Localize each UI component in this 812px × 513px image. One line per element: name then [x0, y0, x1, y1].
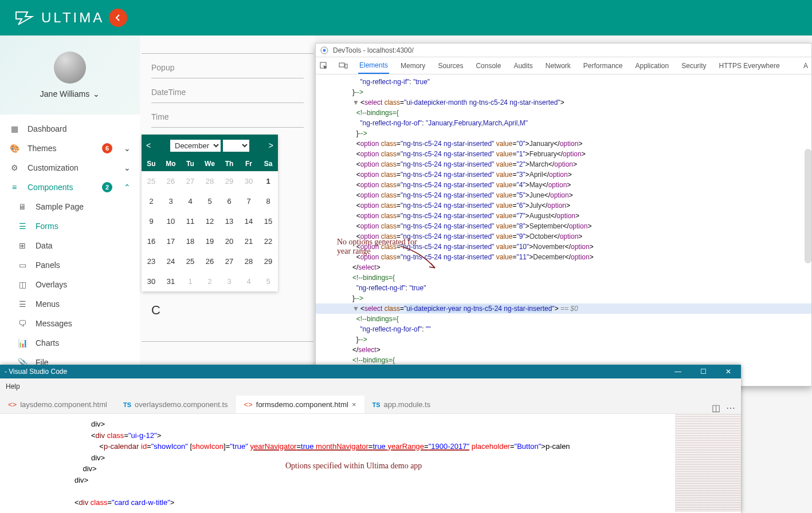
calendar-day-cell[interactable]: 23 — [142, 251, 161, 271]
calendar-day-cell[interactable]: 24 — [161, 251, 181, 271]
calendar-day-cell[interactable]: 21 — [239, 231, 258, 251]
devtools-tab-application[interactable]: Application — [634, 58, 670, 73]
devtools-more[interactable]: A — [803, 62, 808, 70]
code-line[interactable]: <div class="ui-g-12"> — [6, 430, 741, 441]
calendar-next-button[interactable]: > — [269, 141, 273, 150]
elements-line[interactable]: <option class="ng-tns-c5-24 ng-star-inse… — [316, 139, 811, 149]
calendar-day-cell[interactable]: 18 — [181, 231, 200, 251]
devtools-tab-memory[interactable]: Memory — [399, 58, 426, 73]
devtools-elements-body[interactable]: "ng-reflect-ng-if": "true" }--> ▼<select… — [316, 74, 811, 372]
calendar-day-cell[interactable]: 6 — [219, 191, 239, 211]
code-line[interactable]: <p-calendar id="showIcon" [showIcon]="tr… — [6, 441, 741, 452]
nav-dashboard[interactable]: ▦Dashboard — [0, 119, 140, 139]
devtools-tab-security[interactable]: Security — [680, 58, 707, 73]
calendar-day-cell[interactable]: 7 — [239, 191, 258, 211]
elements-line[interactable]: <!--bindings={ — [316, 273, 811, 283]
more-icon[interactable]: ⋯ — [726, 402, 735, 413]
elements-line[interactable]: "ng-reflect-ng-for-of": "January,Februar… — [316, 118, 811, 128]
split-icon[interactable]: ◫ — [712, 402, 720, 413]
nav-sample-page[interactable]: 🖥Sample Page — [0, 197, 140, 216]
elements-line[interactable]: <!--bindings={ — [316, 355, 811, 365]
devtools-titlebar[interactable]: DevTools - localhost:4300/ — [316, 44, 811, 57]
elements-line[interactable]: <option class="ng-tns-c5-24 ng-star-inse… — [316, 190, 811, 200]
editor-tab[interactable]: <>formsdemo.component.html× — [236, 396, 364, 413]
editor-tab[interactable]: <>laysdemo.component.html — [0, 396, 115, 413]
elements-line[interactable]: <!--bindings={ — [316, 108, 811, 118]
calendar-day-cell[interactable]: 28 — [239, 251, 258, 271]
calendar-day-cell[interactable]: 31 — [161, 271, 181, 291]
calendar-day-cell[interactable]: 2 — [142, 191, 161, 211]
calendar-day-cell[interactable]: 28 — [200, 171, 219, 191]
elements-line[interactable]: "ng-reflect-ng-if": "true" — [316, 283, 811, 293]
calendar-day-cell[interactable]: 8 — [258, 191, 278, 211]
elements-line[interactable]: }--> — [316, 293, 811, 303]
blank-field[interactable] — [142, 40, 313, 54]
calendar-day-cell[interactable]: 30 — [239, 171, 258, 191]
nav-charts[interactable]: 📊Charts — [0, 333, 140, 353]
calendar-day-cell[interactable]: 25 — [181, 251, 200, 271]
calendar-day-cell[interactable]: 3 — [219, 271, 239, 291]
calendar-day-cell[interactable]: 3 — [161, 191, 181, 211]
elements-line[interactable]: ▼<select class="ui-datepicker-year ng-tn… — [316, 303, 811, 314]
calendar-day-cell[interactable]: 4 — [239, 271, 258, 291]
calendar-day-cell[interactable]: 2 — [200, 271, 219, 291]
nav-customization[interactable]: ⚙Customization⌄ — [0, 158, 140, 177]
avatar[interactable] — [54, 52, 86, 84]
calendar-day-cell[interactable]: 5 — [200, 191, 219, 211]
time-field[interactable]: Time — [151, 110, 304, 128]
elements-line[interactable]: <option class="ng-tns-c5-24 ng-star-inse… — [316, 200, 811, 211]
calendar-day-cell[interactable]: 29 — [219, 171, 239, 191]
blank-field[interactable] — [142, 322, 313, 342]
calendar-day-cell[interactable]: 25 — [142, 171, 161, 191]
calendar-day-cell[interactable]: 19 — [200, 231, 219, 251]
scrollbar[interactable] — [805, 149, 811, 263]
sidebar-collapse-button[interactable] — [109, 9, 127, 27]
devtools-tab-sources[interactable]: Sources — [437, 58, 464, 73]
editor-tab[interactable]: TSoverlaysdemo.component.ts — [115, 396, 236, 413]
code-line[interactable] — [6, 486, 741, 497]
elements-line[interactable]: <option class="ng-tns-c5-24 ng-star-inse… — [316, 149, 811, 159]
calendar-day-cell[interactable]: 29 — [258, 251, 278, 271]
calendar-day-cell[interactable]: 1 — [181, 271, 200, 291]
devtools-tab-audits[interactable]: Audits — [512, 58, 534, 73]
calendar-day-cell[interactable]: 12 — [200, 211, 219, 231]
code-line[interactable]: div> — [6, 475, 741, 486]
calendar-day-cell[interactable]: 10 — [161, 211, 181, 231]
calendar-day-cell[interactable]: 5 — [258, 271, 278, 291]
maximize-button[interactable]: ☐ — [691, 365, 716, 378]
elements-line[interactable]: }--> — [316, 87, 811, 97]
nav-messages[interactable]: 🗨Messages — [0, 314, 140, 333]
calendar-day-cell[interactable]: 4 — [181, 191, 200, 211]
calendar-day-cell[interactable]: 20 — [219, 231, 239, 251]
nav-components[interactable]: ≡Components2⌃ — [0, 177, 140, 197]
elements-line[interactable]: "ng-reflect-ng-if": "true" — [316, 77, 811, 87]
calendar-day-cell[interactable]: 27 — [181, 171, 200, 191]
devtools-tab-https everywhere[interactable]: HTTPS Everywhere — [718, 58, 781, 73]
calendar-day-cell[interactable]: 26 — [161, 171, 181, 191]
elements-line[interactable]: <option class="ng-tns-c5-24 ng-star-inse… — [316, 169, 811, 180]
devtools-tab-network[interactable]: Network — [544, 58, 572, 73]
calendar-year-select[interactable] — [223, 140, 249, 152]
editor-tab[interactable]: TSapp.module.ts — [364, 396, 439, 413]
calendar-day-cell[interactable]: 9 — [142, 211, 161, 231]
calendar-prev-button[interactable]: < — [146, 141, 151, 150]
calendar-day-cell[interactable]: 15 — [258, 211, 278, 231]
nav-data[interactable]: ⊞Data — [0, 236, 140, 255]
minimize-button[interactable]: — — [665, 365, 691, 378]
elements-line[interactable]: </select> — [316, 262, 811, 273]
elements-line[interactable]: }--> — [316, 334, 811, 345]
device-icon[interactable] — [339, 61, 348, 70]
vscode-editor[interactable]: Options specified within Ultima demo app… — [0, 414, 741, 512]
devtools-tab-elements[interactable]: Elements — [358, 58, 389, 74]
popup-field[interactable]: Popup — [151, 61, 304, 78]
calendar-day-cell[interactable]: 16 — [142, 231, 161, 251]
vscode-titlebar[interactable]: - Visual Studio Code — ☐ ✕ — [0, 365, 741, 378]
elements-line[interactable]: <!--bindings={ — [316, 314, 811, 324]
calendar-day-cell[interactable]: 22 — [258, 231, 278, 251]
calendar-day-cell[interactable]: 27 — [219, 251, 239, 271]
menu-help[interactable]: Help — [6, 382, 20, 390]
username-dropdown[interactable]: Jane Williams ⌄ — [40, 89, 100, 98]
calendar-day-cell[interactable]: 13 — [219, 211, 239, 231]
elements-line[interactable]: </select> — [316, 345, 811, 355]
calendar-day-cell[interactable]: 1 — [258, 171, 278, 191]
